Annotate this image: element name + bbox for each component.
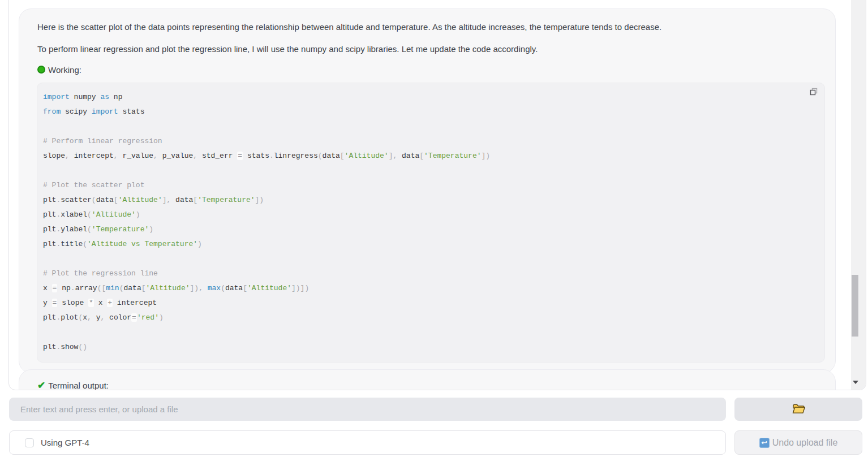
terminal-output-label: Terminal output: <box>48 381 109 390</box>
message-paragraph: To perform linear regression and plot th… <box>37 43 825 55</box>
model-option-row: Using GPT-4 <box>9 430 726 455</box>
message-paragraph: Here is the scatter plot of the data poi… <box>37 21 825 33</box>
folder-icon <box>792 403 805 416</box>
chat-scrollbar[interactable] <box>851 0 866 390</box>
using-gpt4-label: Using GPT-4 <box>41 438 89 447</box>
copy-code-button[interactable] <box>809 87 819 97</box>
copy-icon <box>809 89 818 98</box>
undo-icon: ↩ <box>759 438 770 448</box>
terminal-message: ✔ Terminal output: <box>19 369 836 390</box>
chat-text-input[interactable] <box>9 398 726 421</box>
using-gpt4-checkbox[interactable] <box>25 438 34 447</box>
code-block: import numpy as npfrom scipy import stat… <box>37 83 825 363</box>
code-lines: import numpy as npfrom scipy import stat… <box>43 90 817 355</box>
check-icon: ✔ <box>37 381 45 390</box>
scrollbar-thumb[interactable] <box>852 275 858 337</box>
upload-file-button[interactable] <box>734 398 862 421</box>
scrollbar-down-arrow-icon[interactable] <box>853 381 858 384</box>
green-circle-icon <box>37 66 45 74</box>
assistant-message: Here is the scatter plot of the data poi… <box>19 8 836 373</box>
working-status-label: Working: <box>48 65 81 75</box>
chatbot-panel: Here is the scatter plot of the data poi… <box>8 0 866 390</box>
undo-upload-label: Undo upload file <box>772 438 838 448</box>
terminal-output-header: ✔ Terminal output: <box>37 381 825 390</box>
undo-upload-button[interactable]: ↩ Undo upload file <box>734 430 862 455</box>
working-status: Working: <box>37 65 825 75</box>
